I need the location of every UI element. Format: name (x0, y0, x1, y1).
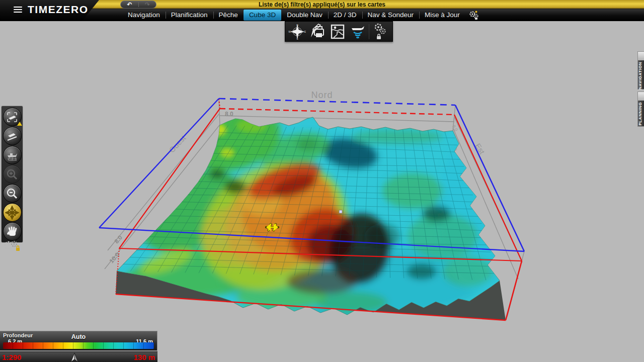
scale-ratio: 1:290 (2, 353, 21, 361)
app-logo: TIMEZERO (28, 4, 89, 16)
tab-double-nav[interactable]: Double Nav (281, 10, 328, 21)
timezero-window: Nord Ouest Est 8.0 8.0 10.0 8.0 10.0 (0, 0, 644, 362)
side-tab-planning-label: PLANNING (638, 101, 643, 127)
scale-bar: 1:290 130 m (0, 351, 157, 362)
waypoint-dot[interactable] (339, 210, 342, 213)
palette-options-gears-icon[interactable] (1, 238, 23, 254)
svg-text:W: W (288, 30, 291, 33)
compass-rose-icon[interactable]: N S W E (287, 23, 307, 40)
workspace-settings-gears-icon[interactable] (468, 10, 479, 21)
side-tab-navigation[interactable]: NAVIGATION (637, 51, 644, 89)
ship-3d-button[interactable] (3, 146, 22, 164)
move-3d-button[interactable] (3, 203, 22, 222)
view-toolbar: N S W E (285, 21, 393, 42)
center-on-boat-button[interactable] (3, 108, 22, 126)
depth-legend-mode[interactable]: Auto (0, 333, 157, 340)
tab-cube-3d[interactable]: Cube 3D (244, 10, 281, 21)
tab-planification[interactable]: Planification (166, 10, 213, 21)
depth-gradient-bar[interactable] (3, 342, 154, 349)
side-tab-cap (638, 92, 644, 101)
annotate-print-icon[interactable] (307, 23, 328, 40)
side-tab-navigation-label: NAVIGATION (638, 60, 643, 91)
zoom-out-button[interactable] (3, 184, 22, 203)
boat-alert-badge (17, 122, 22, 126)
workspace-menubar: Navigation Planification Pêche Cube 3D D… (0, 9, 644, 21)
side-tab-planning[interactable]: PLANNING (637, 92, 644, 127)
tab-peche[interactable]: Pêche (213, 10, 244, 21)
toolbar-settings-gears-icon[interactable] (370, 23, 390, 40)
scale-distance: 130 m (133, 353, 155, 361)
tab-navigation[interactable]: Navigation (122, 10, 166, 21)
svg-text:N: N (296, 24, 298, 27)
sonar-boat-icon[interactable] (348, 23, 368, 40)
svg-text:S: S (296, 37, 298, 40)
north-arrow-icon (69, 352, 79, 362)
svg-text:E: E (304, 30, 306, 33)
hamburger-menu-icon[interactable] (14, 7, 22, 13)
undo-redo-group: ↶ ↷ (120, 1, 156, 9)
undo-button[interactable]: ↶ (121, 1, 138, 8)
tab-2d-3d[interactable]: 2D / 3D (328, 10, 362, 21)
tab-nav-sondeur[interactable]: Nav & Sondeur (362, 10, 420, 21)
label-north: Nord (311, 90, 333, 100)
redo-button[interactable]: ↷ (139, 1, 156, 8)
chart-select-icon[interactable] (328, 23, 348, 40)
toolbar-divider (369, 24, 369, 39)
left-tool-palette (1, 106, 23, 243)
cube-3d-view[interactable]: Nord Ouest Est 8.0 8.0 10.0 8.0 10.0 (0, 0, 644, 362)
boat-course-button[interactable] (3, 127, 22, 145)
label-depth-back: 8.0 (225, 111, 233, 118)
side-tab-cap (638, 52, 644, 60)
tab-mise-a-jour[interactable]: Mise à Jour (419, 10, 465, 21)
depth-legend-panel[interactable]: Profondeur Auto 6.2 m 11.6 m (0, 331, 157, 351)
zoom-in-button[interactable] (3, 165, 22, 184)
